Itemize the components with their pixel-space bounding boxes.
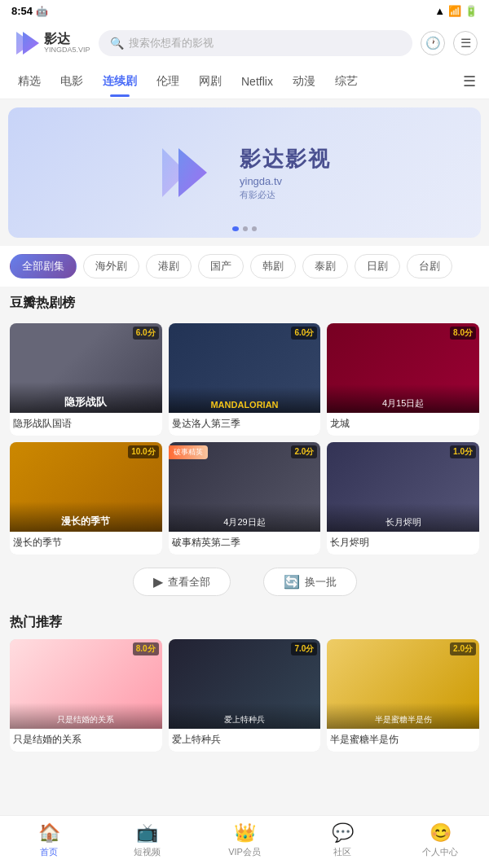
wifi-icon: ▲	[434, 5, 445, 17]
svg-marker-1	[23, 32, 39, 55]
filter-all[interactable]: 全部剧集	[10, 254, 77, 278]
card-4[interactable]: 10.0分 漫长的季节 漫长的季节	[10, 442, 162, 555]
card-4-overlay: 漫长的季节	[10, 502, 162, 532]
status-android-icon: 🤖	[36, 6, 48, 17]
card-1-title: 隐形战队国语	[10, 413, 162, 436]
nav-profile[interactable]: 😊 个人中心	[416, 822, 465, 858]
filter-haiwai[interactable]: 海外剧	[83, 254, 139, 278]
hot-card-1[interactable]: 8.0分 只是结婚的关系 只是结婚的关系	[10, 639, 162, 752]
nav-vip-label: VIP会员	[228, 846, 261, 858]
banner-title: 影达影视	[240, 145, 331, 173]
logo-cn: 影达	[44, 32, 90, 46]
card-1[interactable]: 隐形战队 6.0分 隐形战队国语	[10, 323, 162, 436]
hot-section: 热门推荐 8.0分 只是结婚的关系 只是结婚的关系 7.0分 爱上特种兵 爱上特…	[0, 606, 489, 755]
card-2-score: 6.0分	[291, 327, 317, 340]
status-time: 8:54	[11, 5, 33, 17]
card-5-score: 2.0分	[291, 445, 317, 458]
card-6-overlay: 长月烬明	[327, 503, 479, 532]
community-icon: 💬	[332, 822, 354, 844]
dot-1	[232, 226, 239, 231]
header: 影达 YINGDA5.VIP 🔍 搜索你想看的影视 🕐 ☰	[0, 22, 489, 64]
filter-taiwan[interactable]: 台剧	[407, 254, 452, 278]
hot-card-1-img: 8.0分 只是结婚的关系	[10, 639, 162, 729]
filter-ri[interactable]: 日剧	[355, 254, 400, 278]
hot-card-2-title: 爱上特种兵	[169, 729, 321, 752]
status-right: ▲ 📶 🔋	[434, 5, 478, 17]
video-icon: 📺	[136, 822, 158, 844]
tab-lunli[interactable]: 伦理	[147, 66, 189, 97]
nav-community[interactable]: 💬 社区	[318, 822, 367, 858]
hot-cards: 8.0分 只是结婚的关系 只是结婚的关系 7.0分 爱上特种兵 爱上特种兵 2.…	[10, 639, 479, 752]
hot-card-3-title: 半是蜜糖半是伤	[327, 729, 479, 752]
card-2[interactable]: MANDALORIAN 6.0分 曼达洛人第三季	[169, 323, 321, 436]
nav-home[interactable]: 🏠 首页	[24, 822, 73, 858]
hot-card-2[interactable]: 7.0分 爱上特种兵 爱上特种兵	[169, 639, 321, 752]
hot-card-2-score: 7.0分	[291, 642, 317, 655]
view-all-label: 查看全部	[168, 575, 210, 590]
filter-tags: 全部剧集 海外剧 港剧 国产 韩剧 泰剧 日剧 台剧	[0, 246, 489, 287]
card-5[interactable]: 破事精英 2.0分 4月29日起 破事精英第二季	[169, 442, 321, 555]
refresh-icon: 🔄	[284, 574, 300, 590]
filter-han[interactable]: 韩剧	[250, 254, 296, 278]
card-3-overlay: 4月15日起	[327, 384, 479, 413]
search-placeholder: 搜索你想看的影视	[129, 36, 214, 50]
card-3-title: 龙城	[327, 413, 479, 436]
hot-card-3-overlay: 半是蜜糖半是伤	[327, 703, 479, 729]
filter-tai[interactable]: 泰剧	[302, 254, 348, 278]
card-4-title: 漫长的季节	[10, 532, 162, 555]
filter-gang[interactable]: 港剧	[146, 254, 192, 278]
status-left: 8:54 🤖	[11, 5, 48, 17]
card-4-score: 10.0分	[128, 445, 158, 458]
nav-vip[interactable]: 👑 VIP会员	[220, 822, 269, 858]
tab-jingxuan[interactable]: 精选	[8, 66, 51, 97]
battery-icon: 🔋	[465, 5, 478, 17]
card-3[interactable]: 8.0分 4月15日起 龙城	[327, 323, 479, 436]
hot-card-3[interactable]: 2.0分 半是蜜糖半是伤 半是蜜糖半是伤	[327, 639, 479, 752]
card-6-score: 1.0分	[450, 445, 476, 458]
banner-slogan: 有影必达	[240, 189, 331, 201]
douban-cards: 隐形战队 6.0分 隐形战队国语 MANDALORIAN 6.0分 曼达洛人第三…	[10, 323, 479, 555]
banner-logo-svg	[158, 144, 223, 201]
action-row: ▶ 查看全部 🔄 换一批	[0, 558, 489, 606]
logo-text: 影达 YINGDA5.VIP	[44, 32, 90, 54]
filter-guochan[interactable]: 国产	[198, 254, 244, 278]
tab-wangju[interactable]: 网剧	[189, 66, 231, 97]
nav-tabs: 精选 电影 连续剧 伦理 网剧 Netflix 动漫 综艺 ☰	[0, 64, 489, 99]
banner-content: 影达影视 yingda.tv 有影必达	[158, 144, 331, 201]
card-1-img: 隐形战队 6.0分	[10, 323, 162, 413]
tab-dianying[interactable]: 电影	[51, 66, 93, 97]
douban-grid: 隐形战队 6.0分 隐形战队国语 MANDALORIAN 6.0分 曼达洛人第三…	[0, 323, 489, 558]
tab-lianjuju[interactable]: 连续剧	[93, 66, 147, 97]
history-button[interactable]: 🕐	[421, 31, 445, 55]
dot-3	[252, 226, 257, 231]
card-5-title: 破事精英第二季	[169, 532, 321, 555]
tab-dongman[interactable]: 动漫	[283, 66, 325, 97]
more-menu-icon[interactable]: ☰	[458, 64, 481, 99]
hot-section-title: 热门推荐	[10, 609, 479, 631]
card-6-img: 1.0分 长月烬明	[327, 442, 479, 532]
logo-en: YINGDA5.VIP	[44, 46, 90, 55]
menu-button[interactable]: ☰	[453, 31, 478, 55]
view-all-button[interactable]: ▶ 查看全部	[133, 568, 231, 596]
hot-card-1-score: 8.0分	[133, 642, 159, 655]
banner[interactable]: 影达影视 yingda.tv 有影必达	[8, 107, 481, 238]
nav-video[interactable]: 📺 短视频	[122, 822, 171, 858]
card-1-score: 6.0分	[133, 327, 159, 340]
logo-area: 影达 YINGDA5.VIP	[11, 28, 90, 58]
tab-netflix[interactable]: Netflix	[231, 67, 283, 96]
refresh-label: 换一批	[305, 575, 337, 590]
banner-dots	[232, 226, 257, 231]
hot-card-1-overlay: 只是结婚的关系	[10, 703, 162, 729]
card-5-img: 破事精英 2.0分 4月29日起	[169, 442, 321, 532]
hot-card-3-score: 2.0分	[450, 642, 476, 655]
search-bar[interactable]: 🔍 搜索你想看的影视	[99, 30, 412, 56]
hot-card-2-overlay: 爱上特种兵	[169, 703, 321, 729]
refresh-button[interactable]: 🔄 换一批	[263, 568, 357, 596]
profile-icon: 😊	[430, 822, 452, 844]
vip-icon: 👑	[234, 822, 256, 844]
card-2-img: MANDALORIAN 6.0分	[169, 323, 321, 413]
hot-card-1-title: 只是结婚的关系	[10, 729, 162, 752]
search-icon: 🔍	[110, 37, 124, 50]
tab-zongyi[interactable]: 综艺	[325, 66, 368, 97]
card-6[interactable]: 1.0分 长月烬明 长月烬明	[327, 442, 479, 555]
